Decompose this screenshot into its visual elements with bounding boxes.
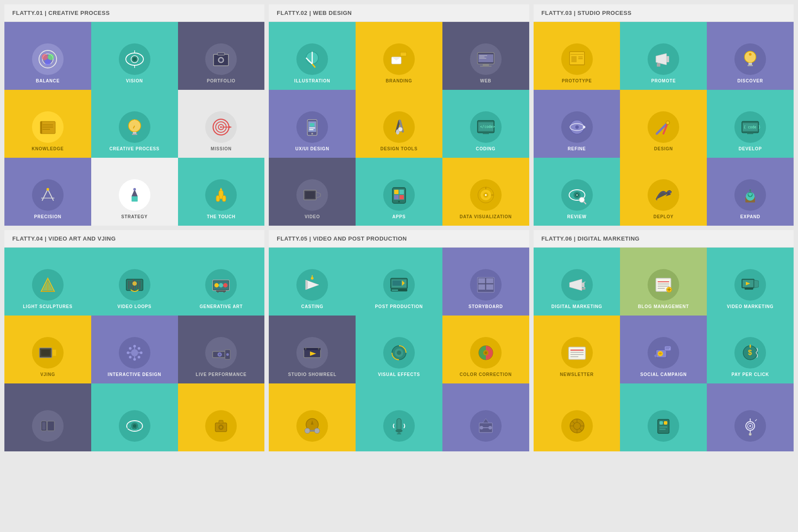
discover-icon — [739, 48, 761, 70]
coding-label: CODING — [476, 146, 495, 152]
svg-rect-144 — [53, 350, 56, 356]
icon-digital-marketing[interactable]: DIGITAL MARKETING — [534, 248, 620, 316]
icon-review[interactable]: REVIEW — [534, 158, 620, 226]
icon-storyboard[interactable]: STORYBOARD — [442, 248, 529, 316]
mission-icon — [210, 116, 232, 138]
svg-point-137 — [219, 283, 223, 287]
post-production-label: POST PRODUCTION — [375, 304, 423, 309]
icon-prototype[interactable]: PROTOTYPE — [534, 22, 620, 90]
the-touch-label: THE TOUCH — [207, 214, 235, 220]
icon-illustration[interactable]: ILLUSTRATION — [269, 22, 356, 90]
icon-knowledge[interactable]: KNOWLEDGE — [4, 90, 91, 158]
icon-video[interactable]: VIDEO — [269, 158, 356, 226]
icon-mission[interactable]: MISSION — [178, 90, 265, 158]
casting-label: CASTING — [301, 304, 324, 309]
svg-rect-219 — [582, 288, 585, 290]
data-visualization-label: DATA VISUALIZATION — [460, 214, 512, 220]
icon-panel5-row3-1[interactable] — [269, 383, 356, 451]
icon-panel5-row3-2[interactable] — [356, 383, 442, 451]
knowledge-label: KNOWLEDGE — [32, 146, 64, 152]
icon-precision[interactable]: PRECISION — [4, 158, 91, 226]
icon-panel5-row3-3[interactable] — [442, 383, 529, 451]
icon-live-performance[interactable]: LIVE PERFORMANCE — [178, 316, 265, 383]
design-tools-icon — [388, 116, 410, 138]
icon-panel6-row3-2[interactable] — [620, 383, 707, 451]
icon-panel4-row3-2[interactable] — [91, 383, 178, 451]
panel6-row3-2-icon — [652, 415, 674, 437]
icon-vjing[interactable]: VJING — [4, 316, 91, 383]
light-sculptures-label: LIGHT SCULPTURES — [23, 304, 72, 309]
icon-balance[interactable]: BALANCE — [4, 22, 91, 90]
icon-casting[interactable]: CASTING — [269, 248, 356, 316]
knowledge-icon — [37, 116, 59, 138]
svg-rect-61 — [309, 129, 314, 130]
icon-strategy[interactable]: STRATEGY — [91, 158, 178, 226]
icon-coding[interactable]: </code> CODING — [442, 90, 529, 158]
icon-data-visualization[interactable]: DATA VISUALIZATION — [442, 158, 529, 226]
svg-marker-71 — [316, 192, 321, 198]
icon-light-sculptures[interactable]: LIGHT SCULPTURES — [4, 248, 91, 316]
icon-blog-management[interactable]: BLOG MANAGEMENT — [620, 248, 707, 316]
icon-discover[interactable]: DISCOVER — [707, 22, 794, 90]
icon-post-production[interactable]: POST PRODUCTION — [356, 248, 442, 316]
icon-panel4-row3-3[interactable] — [178, 383, 265, 451]
icon-apps[interactable]: APPS — [356, 158, 442, 226]
icon-promote[interactable]: PROMOTE — [620, 22, 707, 90]
svg-point-157 — [138, 356, 140, 358]
icon-panel4-row3-1[interactable] — [4, 383, 91, 451]
icon-color-correction[interactable]: COLOR CORRECTION — [442, 316, 529, 383]
video-loops-icon — [124, 274, 146, 296]
svg-rect-75 — [394, 190, 399, 194]
icon-generative-art[interactable]: GENERATIVE ART — [178, 248, 265, 316]
svg-rect-109 — [747, 133, 753, 134]
icon-social-campaign[interactable]: SOCIAL CAMPAIGN — [620, 316, 707, 383]
design-tools-label: DESIGN TOOLS — [380, 146, 417, 152]
social-campaign-icon — [652, 342, 674, 364]
svg-point-209 — [395, 429, 403, 433]
svg-point-267 — [749, 433, 752, 436]
expand-label: EXPAND — [740, 214, 760, 220]
svg-marker-175 — [306, 280, 308, 290]
post-production-icon — [388, 274, 410, 296]
svg-rect-34 — [132, 196, 138, 202]
icon-video-loops[interactable]: VIDEO LOOPS — [91, 248, 178, 316]
icon-portfolio[interactable]: PORTFOLIO — [178, 22, 265, 90]
svg-point-204 — [305, 428, 310, 433]
social-campaign-label: SOCIAL CAMPAIGN — [640, 372, 687, 377]
svg-rect-69 — [483, 133, 489, 134]
svg-rect-54 — [483, 64, 489, 66]
svg-marker-40 — [220, 188, 222, 190]
icon-design[interactable]: DESIGN — [620, 90, 707, 158]
icon-interactive-design[interactable]: INTERACTIVE DESIGN — [91, 316, 178, 383]
icon-develop[interactable]: { code } DEVELOP — [707, 90, 794, 158]
icon-branding[interactable]: BRANDING — [356, 22, 442, 90]
icon-video-marketing[interactable]: VIDEO MARKETING — [707, 248, 794, 316]
svg-rect-164 — [47, 421, 54, 431]
svg-point-33 — [46, 188, 49, 191]
icon-newsletter[interactable]: NEWSLETTER — [534, 316, 620, 383]
icon-refine[interactable]: REFINE — [534, 90, 620, 158]
icon-pay-per-click[interactable]: $ PAY PER CLICK — [707, 316, 794, 383]
balance-icon — [37, 48, 59, 70]
svg-rect-206 — [310, 430, 315, 432]
icon-the-touch[interactable]: THE TOUCH — [178, 158, 265, 226]
svg-rect-211 — [397, 433, 401, 434]
icon-web[interactable]: WEB — [442, 22, 529, 90]
icon-vision[interactable]: VISION — [91, 22, 178, 90]
icon-ux-ui-design[interactable]: UX/UI DESIGN — [269, 90, 356, 158]
icon-creative-process[interactable]: CREATIVE PROCESS — [91, 90, 178, 158]
vision-label: VISION — [126, 78, 143, 84]
icon-visual-effects[interactable]: VISUAL EFFECTS — [356, 316, 442, 383]
svg-marker-217 — [570, 279, 582, 291]
prototype-icon — [566, 48, 588, 70]
panel5-row3-1-icon — [301, 415, 323, 437]
icon-deploy[interactable]: DEPLOY — [620, 158, 707, 226]
icon-panel6-row3-1[interactable] — [534, 383, 620, 451]
svg-point-101 — [575, 125, 579, 129]
balance-label: BALANCE — [36, 78, 60, 84]
icon-expand[interactable]: EXPAND — [707, 158, 794, 226]
icon-design-tools[interactable]: DESIGN TOOLS — [356, 90, 442, 158]
promote-icon — [652, 48, 674, 70]
icon-studio-showreel[interactable]: STUDIO SHOWREEL — [269, 316, 356, 383]
icon-panel6-row3-3[interactable] — [707, 383, 794, 451]
